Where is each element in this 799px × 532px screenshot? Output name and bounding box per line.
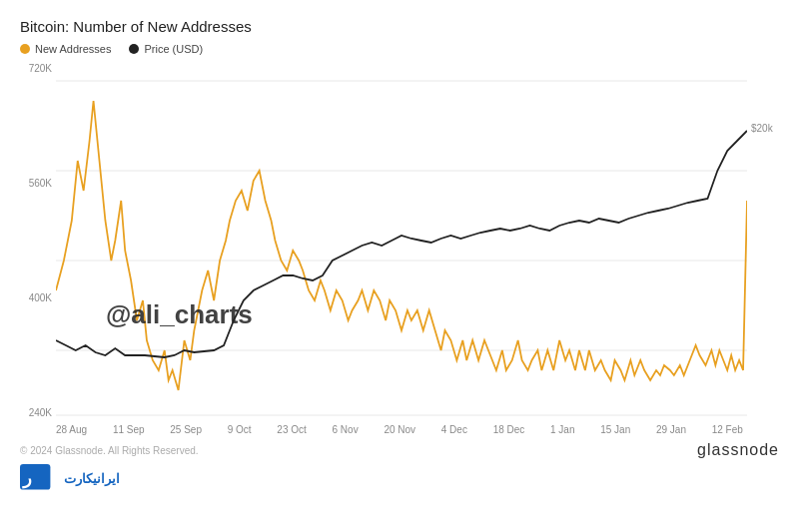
y-label-price-right: $20k xyxy=(751,123,779,134)
bottom-bar: ر ایرانیکارت xyxy=(20,463,779,493)
x-label-28aug: 28 Aug xyxy=(56,424,87,435)
svg-text:ر: ر xyxy=(22,468,32,489)
copyright-text: © 2024 Glassnode. All Rights Reserved. xyxy=(20,445,199,456)
chart-title: Bitcoin: Number of New Addresses xyxy=(20,18,779,35)
x-label-11sep: 11 Sep xyxy=(113,424,145,435)
glassnode-logo: glassnode xyxy=(697,441,779,459)
y-label-720k: 720K xyxy=(20,63,52,74)
legend-dot-orange xyxy=(20,44,30,54)
y-axis-right: $20k xyxy=(747,61,779,420)
chart-legend: New Addresses Price (USD) xyxy=(20,43,779,55)
x-label-20nov: 20 Nov xyxy=(384,424,415,435)
y-label-240k: 240K xyxy=(20,407,52,418)
footer: © 2024 Glassnode. All Rights Reserved. g… xyxy=(20,441,779,459)
x-label-18dec: 18 Dec xyxy=(493,424,525,435)
legend-dot-black xyxy=(129,44,139,54)
x-label-6nov: 6 Nov xyxy=(333,424,359,435)
legend-label-new-addresses: New Addresses xyxy=(35,43,111,55)
x-axis-labels: 28 Aug 11 Sep 25 Sep 9 Oct 23 Oct 6 Nov … xyxy=(20,424,779,435)
legend-label-price: Price (USD) xyxy=(144,43,203,55)
y-label-560k: 560K xyxy=(20,178,52,189)
chart-svg xyxy=(56,61,747,420)
y-axis-left: 720K 560K 400K 240K xyxy=(20,61,56,420)
x-label-1jan: 1 Jan xyxy=(550,424,574,435)
x-label-9oct: 9 Oct xyxy=(228,424,252,435)
chart-watermark: @ali_charts xyxy=(106,299,253,330)
x-label-15jan: 15 Jan xyxy=(600,424,630,435)
iranibcart-text: ایرانیکارت xyxy=(64,471,120,486)
iranibcart-logo: ر ایرانیکارت xyxy=(20,463,120,493)
x-label-29jan: 29 Jan xyxy=(656,424,686,435)
y-label-400k: 400K xyxy=(20,292,52,303)
new-addresses-line xyxy=(56,101,747,390)
chart-container: Bitcoin: Number of New Addresses New Add… xyxy=(0,0,799,532)
x-label-25sep: 25 Sep xyxy=(170,424,202,435)
legend-price: Price (USD) xyxy=(129,43,203,55)
x-label-23oct: 23 Oct xyxy=(277,424,306,435)
x-label-12feb: 12 Feb xyxy=(712,424,743,435)
legend-new-addresses: New Addresses xyxy=(20,43,111,55)
x-label-4dec: 4 Dec xyxy=(441,424,467,435)
iranibcart-icon-svg: ر xyxy=(20,463,60,493)
